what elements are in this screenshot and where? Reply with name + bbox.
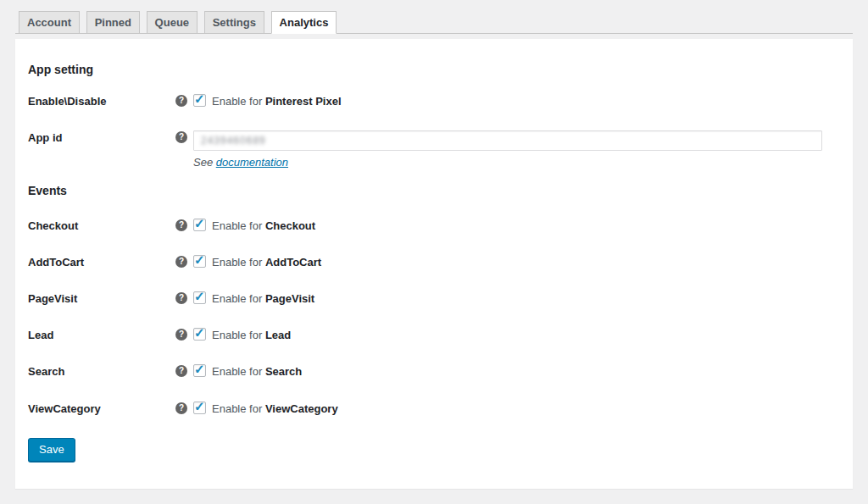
- field-control: ? ✓ Enable for Lead: [175, 328, 822, 342]
- save-button[interactable]: Save: [28, 438, 75, 462]
- checkbox-label: Enable for Pinterest Pixel: [212, 94, 342, 108]
- app-id-input[interactable]: 2439460689: [193, 130, 822, 151]
- form-row-viewcategory: ViewCategory ? ✓ Enable for ViewCategory: [28, 402, 822, 416]
- field-label: PageVisit: [28, 291, 175, 306]
- help-icon[interactable]: ?: [175, 219, 187, 231]
- field-control: ? ✓ Enable for Checkout: [175, 219, 822, 233]
- tab-queue[interactable]: Queue: [147, 11, 198, 34]
- viewcategory-checkbox[interactable]: ✓: [193, 402, 206, 414]
- documentation-link[interactable]: documentation: [216, 156, 288, 169]
- settings-page: Account Pinned Queue Settings Analytics …: [15, 0, 853, 489]
- tab-analytics[interactable]: Analytics: [271, 11, 337, 34]
- analytics-panel: App setting Enable\Disable ? ✓ Enable fo…: [15, 39, 853, 489]
- checkbox-label: Enable for AddToCart: [212, 255, 321, 269]
- check-mark-icon: ✓: [194, 325, 205, 341]
- form-row-checkout: Checkout ? ✓ Enable for Checkout: [28, 219, 822, 233]
- app-id-masked-value: 2439460689: [201, 135, 266, 147]
- field-control: ? ✓ Enable for AddToCart: [175, 255, 822, 269]
- field-control: ? ✓ Enable for Search: [175, 364, 822, 379]
- addtocart-checkbox[interactable]: ✓: [193, 255, 206, 268]
- check-mark-icon: ✓: [194, 91, 205, 107]
- form-row-pagevisit: PageVisit ? ✓ Enable for PageVisit: [28, 291, 822, 306]
- form-row-enable-disable: Enable\Disable ? ✓ Enable for Pinterest …: [28, 94, 822, 108]
- help-icon[interactable]: ?: [175, 131, 187, 143]
- checkbox-label: Enable for Lead: [212, 328, 291, 342]
- tab-bar: Account Pinned Queue Settings Analytics: [15, 0, 853, 34]
- check-mark-icon: ✓: [194, 362, 205, 377]
- tab-pinned[interactable]: Pinned: [86, 11, 140, 34]
- tab-account[interactable]: Account: [19, 11, 80, 34]
- check-mark-icon: ✓: [194, 289, 205, 304]
- check-mark-icon: ✓: [194, 399, 205, 414]
- field-label: Enable\Disable: [28, 94, 175, 108]
- field-control: ? ✓ Enable for ViewCategory: [175, 402, 822, 416]
- checkbox-label: Enable for ViewCategory: [212, 402, 338, 416]
- help-icon[interactable]: ?: [175, 256, 187, 268]
- app-id-field-stack: 2439460689 See documentation: [193, 130, 822, 169]
- lead-checkbox[interactable]: ✓: [193, 328, 206, 341]
- field-control: ? 2439460689 See documentation: [175, 130, 822, 169]
- help-icon[interactable]: ?: [175, 329, 187, 341]
- form-row-addtocart: AddToCart ? ✓ Enable for AddToCart: [28, 255, 822, 269]
- documentation-note: See documentation: [193, 156, 822, 169]
- tab-settings[interactable]: Settings: [204, 11, 264, 34]
- form-row-app-id: App id ? 2439460689 See documentation: [28, 130, 822, 169]
- checkbox-label: Enable for PageVisit: [212, 291, 314, 306]
- field-control: ? ✓ Enable for Pinterest Pixel: [175, 94, 822, 108]
- help-icon[interactable]: ?: [175, 292, 187, 304]
- field-label: AddToCart: [28, 255, 175, 269]
- check-mark-icon: ✓: [194, 252, 205, 268]
- help-icon[interactable]: ?: [175, 365, 187, 377]
- check-mark-icon: ✓: [194, 216, 205, 231]
- field-label: Lead: [28, 328, 175, 342]
- app-setting-heading: App setting: [28, 63, 822, 77]
- search-checkbox[interactable]: ✓: [193, 364, 206, 377]
- help-icon[interactable]: ?: [175, 95, 187, 107]
- form-row-lead: Lead ? ✓ Enable for Lead: [28, 328, 822, 342]
- field-label: App id: [28, 130, 175, 145]
- checkbox-label: Enable for Search: [212, 364, 302, 379]
- field-control: ? ✓ Enable for PageVisit: [175, 291, 822, 306]
- pagevisit-checkbox[interactable]: ✓: [193, 291, 206, 304]
- field-label: Checkout: [28, 219, 175, 233]
- field-label: Search: [28, 364, 175, 379]
- checkout-checkbox[interactable]: ✓: [193, 219, 206, 231]
- form-row-search: Search ? ✓ Enable for Search: [28, 364, 822, 379]
- pinterest-pixel-checkbox[interactable]: ✓: [193, 94, 206, 107]
- events-heading: Events: [28, 184, 822, 198]
- help-icon[interactable]: ?: [175, 402, 187, 414]
- field-label: ViewCategory: [28, 402, 175, 416]
- checkbox-label: Enable for Checkout: [212, 219, 315, 233]
